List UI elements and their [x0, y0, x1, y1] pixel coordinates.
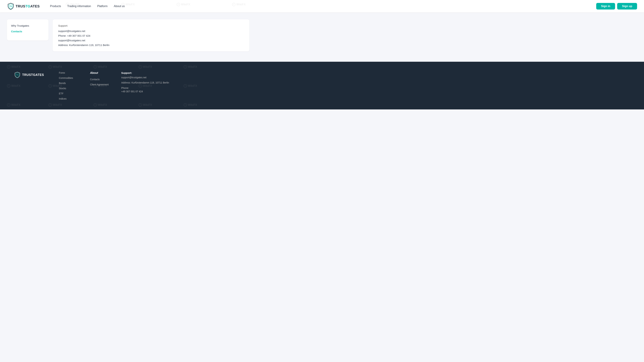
footer-link-forex[interactable]: Forex — [59, 71, 80, 74]
sidebar-card: Why Trustgates Contacts — [7, 19, 48, 40]
signup-button[interactable]: Sign up — [617, 3, 637, 9]
contacts-address: Address: Kurfürstendamm 119, 10711 Berli… — [58, 43, 244, 46]
nav-trading-information[interactable]: Trading information — [67, 5, 91, 8]
footer-about-title: About — [90, 71, 111, 74]
logo-text: TRUSTGATES — [16, 4, 40, 8]
footer-link-client-agreement[interactable]: Client Agreement — [90, 83, 111, 86]
footer-support-col: Support: support@trustgates.net Address:… — [121, 71, 169, 103]
sidebar-item-why-trustgates[interactable]: Why Trustgates — [11, 24, 44, 27]
footer-support-phone: +49 307 001 07 424 — [121, 90, 169, 93]
header-actions: Sign in Sign up — [596, 3, 637, 9]
footer-link-contacts[interactable]: Contacts — [90, 78, 111, 81]
footer-link-bonds[interactable]: Bonds — [59, 82, 80, 85]
svg-text:TG: TG — [16, 74, 18, 76]
support-label: Support: — [58, 24, 244, 27]
svg-text:TG: TG — [9, 5, 12, 7]
footer-link-stocks[interactable]: Stocks — [59, 87, 80, 90]
main-nav: Products Trading information Platform Ab… — [50, 5, 596, 8]
footer-logo-wrap: TG TRUSTGATES — [14, 71, 48, 78]
logo-icon: TG — [7, 2, 14, 10]
site-header: ©WikiFX ©WikiFX ©WikiFX ©WikiFX TG TRUST… — [0, 0, 644, 12]
nav-products[interactable]: Products — [50, 5, 61, 8]
content-grid: Why Trustgates Contacts Support: support… — [7, 19, 249, 51]
nav-about-us[interactable]: About us — [114, 5, 125, 8]
footer-logo-icon: TG — [14, 71, 21, 78]
contacts-email-1: support@trustgates.net — [58, 29, 244, 32]
footer-link-etf[interactable]: ETF — [59, 92, 80, 95]
contacts-email-2: support@trustgates.net — [58, 39, 244, 42]
footer-products-col: Forex Commodities Bonds Stocks ETF Indic… — [59, 71, 80, 103]
sidebar-item-contacts[interactable]: Contacts — [11, 30, 44, 33]
contacts-card: Support: support@trustgates.net Phone: +… — [53, 19, 249, 51]
bottom-strip — [0, 109, 644, 123]
logo[interactable]: TG TRUSTGATES — [7, 2, 40, 10]
site-footer: ©WikiFX ©WikiFX ©WikiFX ©WikiFX ©WikiFX … — [0, 62, 644, 109]
footer-link-commodities[interactable]: Commodities — [59, 77, 80, 79]
footer-logo-col: TG TRUSTGATES — [14, 71, 48, 103]
footer-support-label: Support: — [121, 71, 169, 74]
footer-support-phone-label: Phone: — [121, 87, 169, 89]
footer-support-email: support@trustgates.net — [121, 76, 169, 79]
footer-link-indices[interactable]: Indices — [59, 97, 80, 100]
footer-about-col: About Contacts Client Agreement — [90, 71, 111, 103]
nav-platform[interactable]: Platform — [97, 5, 108, 8]
footer-inner: TG TRUSTGATES Forex Commodities Bonds St… — [14, 71, 630, 103]
footer-logo-text: TRUSTGATES — [22, 73, 44, 77]
footer-support-address: Address: Kurfürstendamm 119, 10711 Berli… — [121, 81, 169, 85]
signin-button[interactable]: Sign in — [596, 3, 615, 9]
contacts-phone: Phone: +49 307 001 07 424 — [58, 34, 244, 37]
main-content: Why Trustgates Contacts Support: support… — [0, 12, 644, 62]
